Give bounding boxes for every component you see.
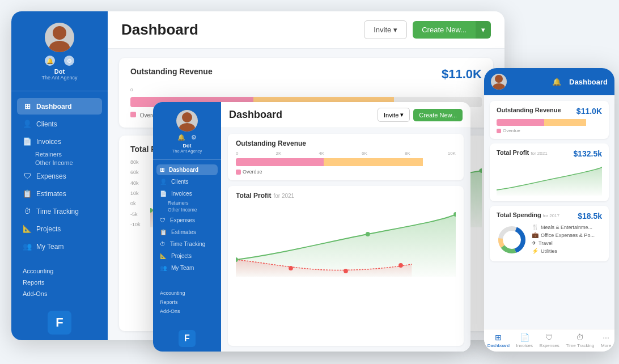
header-actions: Invite ▾ Create New... ▾ [364,20,491,39]
nav-team-medium[interactable]: 👥 My Team [156,263,218,273]
phone-nav-dashboard[interactable]: ⊞ Dashboard [487,333,510,348]
spending-content-phone: 🍴 Meals & Entertainme... 💼 Office Expens… [497,224,602,256]
spending-title-group-phone: Total Spending for 2017 [497,211,559,218]
sidebar-divider [11,91,108,91]
nav-projects-medium[interactable]: 📐 Projects [156,251,218,261]
nav-inv-icon-phone: 📄 [520,333,529,342]
revenue-title-phone: Outstanding Revenue [497,107,561,113]
sidebar-item-time-tracking[interactable]: ⏱ Time Tracking [17,203,102,219]
sidebar-username: Dot [54,68,65,75]
profit-header-phone: Total Profit for 2021 $132.5k [497,149,602,158]
nav-dashboard-medium[interactable]: ⊞ Dashboard [156,164,218,175]
revenue-card-header: Outstanding Revenue $11.0K [130,67,482,82]
reports-medium[interactable]: Reports [156,298,218,307]
sub-retainers-medium[interactable]: Retainers [156,200,218,206]
sidebar-item-invoices[interactable]: 📄 Invoices [17,133,102,150]
addons-medium[interactable]: Add-Ons [156,307,218,316]
nav-expenses-medium[interactable]: 🛡 Expenses [156,215,218,226]
phone-nav-time[interactable]: ⏱ Time Tracking [566,333,594,348]
profit-chart-medium [236,203,456,277]
profit-title-phone: Total Profit [497,149,529,156]
invite-label: Invite [374,26,391,34]
create-button-medium[interactable]: Create New... [413,109,463,121]
nav-invoices-medium[interactable]: 📄 Invoices [156,188,218,199]
revenue-card-medium: Outstanding Revenue 02K4K6K8K10K Overdue [228,134,464,180]
y-labels: 80k 60k 40k 10k 0k -5k -10k [130,159,147,227]
legend-medium: Overdue [236,169,456,175]
title-medium: Dashboard [229,109,282,121]
revenue-card-phone: Outstanding Revenue $11.0K Overdue [490,101,609,139]
nav-clients-medium[interactable]: 👤 Clients [156,176,218,187]
sidebar-item-projects[interactable]: 📐 Projects [17,221,102,237]
create-dropdown-button[interactable]: ▾ [476,21,491,39]
sidebar-reports[interactable]: Reports [17,277,102,288]
bell-icon-phone[interactable]: 🔔 [552,78,561,86]
dash-icon-medium: ⊞ [160,167,164,173]
profit-card-medium: Total Profit for 2021 [228,186,464,346]
invite-button[interactable]: Invite ▾ [364,20,407,39]
phone-header-icons: 🔔 [552,78,561,86]
nav-time-medium[interactable]: ⏱ Time Tracking [156,239,218,249]
sidebar-item-my-team[interactable]: 👥 My Team [17,238,102,255]
svg-point-18 [493,83,505,90]
nav-estimates-medium[interactable]: 📋 Estimates [156,227,218,238]
sidebar-accounting[interactable]: Accounting [17,265,102,277]
bar-overdue-medium [236,158,324,166]
bell-icon[interactable]: 🔔 [45,56,55,66]
invite-chevron: ▾ [393,26,397,34]
expenses-icon-medium: 🛡 [160,217,166,223]
revenue-value-phone: $11.0K [576,107,602,116]
revenue-header-phone: Outstanding Revenue $11.0K [497,107,602,116]
profit-svg-medium [236,203,456,277]
phone-header: 🔔 Dashboard [484,68,614,95]
gear-icon[interactable]: ⚙ [64,56,74,66]
gear-icon-medium[interactable]: ⚙ [191,134,197,141]
svg-point-12 [366,232,370,236]
create-new-group: Create New... ▾ [413,21,491,39]
expenses-icon: 🛡 [23,172,32,180]
phone-nav-expenses[interactable]: 🛡 Expenses [540,333,559,348]
revenue-bar-phone [497,119,602,126]
sidebar-label-time: Time Tracking [36,208,79,215]
create-new-button[interactable]: Create New... [413,21,476,39]
phone-nav-invoices[interactable]: 📄 Invoices [516,333,533,348]
bar-pending-medium [324,158,423,166]
accounting-medium[interactable]: Accounting [156,289,218,298]
medium-icon-row: 🔔 ⚙ [177,134,197,141]
spending-year-phone: for 2017 [543,213,559,218]
dot-overdue-medium [236,170,241,175]
sidebar-addons[interactable]: Add-Ons [17,288,102,299]
sidebar-sub-other-income[interactable]: Other Income [17,159,102,166]
sidebar-label-invoices: Invoices [36,138,61,146]
sub-other-medium[interactable]: Other Income [156,207,218,213]
tablet-medium: 🔔 ⚙ Dot The Ant Agency ⊞ Dashboard 👤 Cli… [153,102,470,352]
svg-point-23 [504,232,520,248]
phone-nav-more[interactable]: ··· More [601,333,611,348]
spending-item-1: 💼 Office Expenses & Po... [532,232,602,238]
sidebar-item-clients[interactable]: 👤 Clients [17,116,102,132]
bell-icon-medium[interactable]: 🔔 [177,134,185,141]
invite-button-medium[interactable]: Invite ▾ [378,108,410,122]
header-medium: Dashboard Invite ▾ Create New... [221,102,470,128]
profit-svg-phone [497,162,602,196]
clients-icon: 👤 [23,120,32,128]
logo-medium: F [179,330,196,347]
donut-chart [497,225,527,255]
revenue-value-large: $11.0K [442,67,482,82]
sidebar-item-expenses[interactable]: 🛡 Expenses [17,168,102,184]
spending-card-phone: Total Spending for 2017 $18.5k [490,206,609,261]
sidebar-medium: 🔔 ⚙ Dot The Ant Agency ⊞ Dashboard 👤 Cli… [153,102,221,352]
revenue-title-large: Outstanding Revenue [130,67,213,76]
meals-icon: 🍴 [532,224,539,230]
revenue-bar-medium [236,158,456,166]
phone: 🔔 Dashboard Outstanding Revenue $11.0K O… [484,68,614,352]
svg-point-17 [495,75,503,83]
sidebar-item-dashboard[interactable]: ⊞ Dashboard [17,98,102,115]
time-icon: ⏱ [23,207,32,215]
sidebar-sub-retainers[interactable]: Retainers [17,151,102,158]
phone-body: Outstanding Revenue $11.0K Overdue Total… [484,95,614,329]
sidebar-item-estimates[interactable]: 📋 Estimates [17,185,102,202]
sidebar-label-estimates: Estimates [36,190,66,198]
phone-bottom-nav: ⊞ Dashboard 📄 Invoices 🛡 Expenses ⏱ Time… [484,329,614,352]
bottom-nav-medium: Accounting Reports Add-Ons [153,285,221,319]
